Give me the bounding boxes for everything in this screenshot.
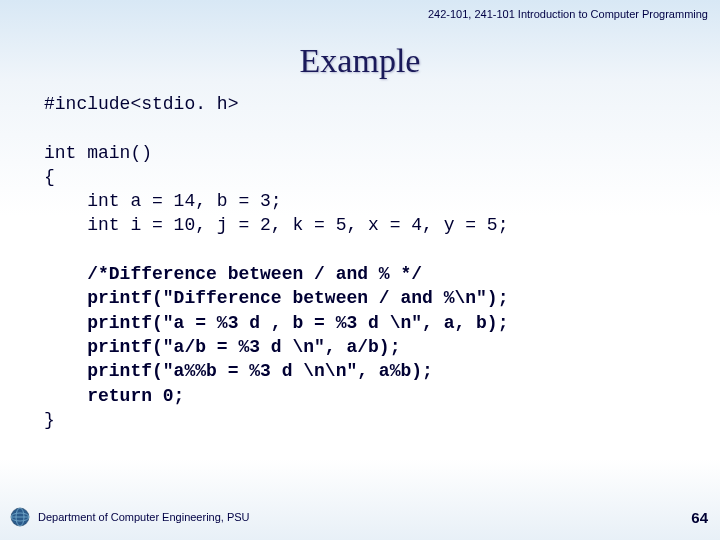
code-line: #include<stdio. h> bbox=[44, 94, 238, 114]
code-line: printf("a/b = %3 d \n", a/b); bbox=[44, 337, 400, 357]
globe-icon bbox=[10, 507, 30, 527]
code-line: return 0; bbox=[44, 386, 184, 406]
footer-left: Department of Computer Engineering, PSU bbox=[10, 507, 250, 527]
code-line: int a = 14, b = 3; bbox=[44, 191, 282, 211]
code-line: printf("a%%b = %3 d \n\n", a%b); bbox=[44, 361, 433, 381]
code-line: int i = 10, j = 2, k = 5, x = 4, y = 5; bbox=[44, 215, 508, 235]
department-label: Department of Computer Engineering, PSU bbox=[38, 511, 250, 523]
footer: Department of Computer Engineering, PSU … bbox=[0, 504, 720, 530]
slide-title: Example bbox=[0, 42, 720, 80]
code-line: { bbox=[44, 167, 55, 187]
code-line: /*Difference between / and % */ bbox=[44, 264, 422, 284]
code-line: int main() bbox=[44, 143, 152, 163]
page-number: 64 bbox=[691, 509, 708, 526]
code-line: printf("a = %3 d , b = %3 d \n", a, b); bbox=[44, 313, 508, 333]
code-line: } bbox=[44, 410, 55, 430]
course-header: 242-101, 241-101 Introduction to Compute… bbox=[428, 8, 708, 20]
code-line: printf("Difference between / and %\n"); bbox=[44, 288, 508, 308]
code-example: #include<stdio. h> int main() { int a = … bbox=[44, 92, 508, 432]
